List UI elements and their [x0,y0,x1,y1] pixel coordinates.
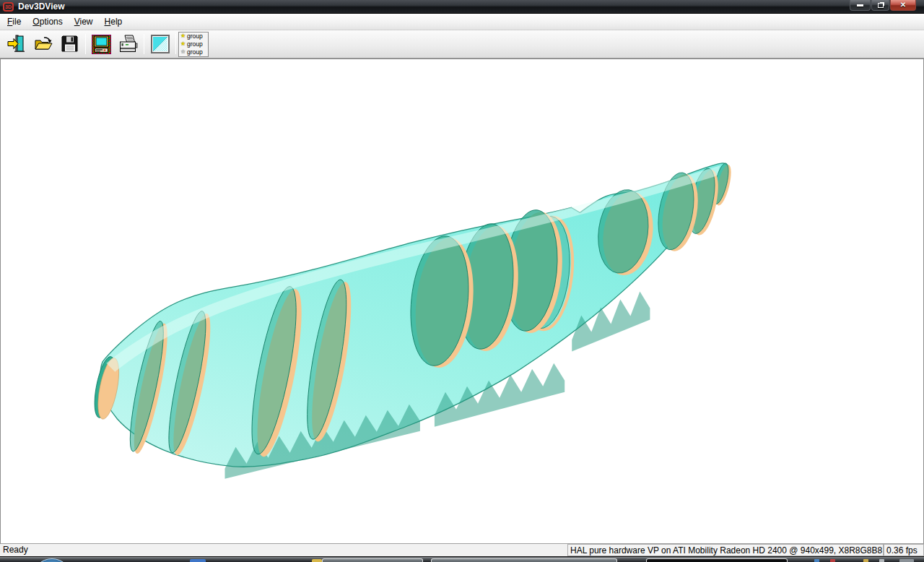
group-row[interactable]: ★ group [180,40,208,48]
status-bar: Ready HAL pure hardware VP on ATI Mobili… [0,544,924,556]
menu-help-label: elp [110,17,122,27]
menu-file[interactable]: File [1,14,27,29]
restore-icon [878,3,884,8]
restore-button[interactable] [871,0,889,11]
close-icon: ✕ [900,1,906,9]
group-label: group [187,33,203,40]
toolbar-separator [85,34,86,54]
group-row[interactable]: ★ group [180,33,208,40]
menu-view-accesskey: V [74,17,80,27]
menu-help[interactable]: Help [99,14,128,29]
star-icon: ★ [180,33,187,39]
group-label: group [187,49,203,56]
tray-icon[interactable] [830,559,835,562]
viewport-3d[interactable] [0,59,924,544]
minimize-button[interactable] [850,0,871,11]
tray-icon[interactable] [879,559,884,562]
tray-icon[interactable] [814,559,819,562]
model-3d-fuselage [1,59,923,543]
group-row[interactable]: ★ group [180,48,208,56]
status-message: Ready [0,544,567,556]
print-button[interactable] [115,32,141,56]
menu-options-accesskey: O [32,17,39,27]
display-settings-icon [92,35,111,54]
exit-button[interactable] [3,32,30,56]
star-icon: ★ [180,41,187,47]
exit-door-icon [7,35,26,53]
toolbar: ★ group ★ group ★ group [0,30,924,59]
group-label: group [187,41,203,48]
tray-icon[interactable] [863,559,868,562]
menu-help-accesskey: H [105,17,111,27]
group-visibility-panel[interactable]: ★ group ★ group ★ group [178,32,209,57]
fill-color-icon [151,35,170,53]
status-renderer: HAL pure hardware VP on ATI Mobility Rad… [567,544,884,556]
fill-color-button[interactable] [147,32,173,56]
menu-view[interactable]: View [69,14,99,29]
quicklaunch-icon[interactable] [190,559,206,562]
status-fps: 0.36 fps [884,544,924,556]
taskbar-window-button[interactable] [322,558,423,562]
open-folder-icon [34,35,53,53]
clock-area[interactable] [899,559,914,562]
star-off-icon: ★ [180,49,187,55]
taskbar-window-button[interactable] [431,558,617,562]
menu-options-label: ptions [40,17,63,27]
minimize-icon [857,4,863,7]
taskbar-window-button-active[interactable] [646,558,788,562]
title-bar[interactable]: 3D Dev3DView ✕ [0,0,924,14]
window-controls: ✕ [849,0,916,11]
print-icon [118,35,138,54]
menu-options[interactable]: Options [27,14,68,29]
start-orb-icon[interactable] [32,558,72,562]
app-icon: 3D [3,2,14,12]
taskbar-sliver[interactable] [0,556,924,562]
toolbar-separator [175,34,176,54]
toolbar-separator [144,34,144,54]
open-button[interactable] [30,32,56,56]
window-title: Dev3DView [18,1,64,12]
display-settings-button[interactable] [88,32,115,56]
save-floppy-icon [61,35,79,53]
save-button[interactable] [56,32,83,56]
app-window: 3D Dev3DView ✕ File Options View Help [0,0,924,562]
menu-view-label: iew [80,17,93,27]
menu-file-label: ile [12,17,21,27]
menu-bar: File Options View Help [0,14,924,30]
quicklaunch-icon[interactable] [312,559,322,562]
close-button[interactable]: ✕ [890,0,916,11]
